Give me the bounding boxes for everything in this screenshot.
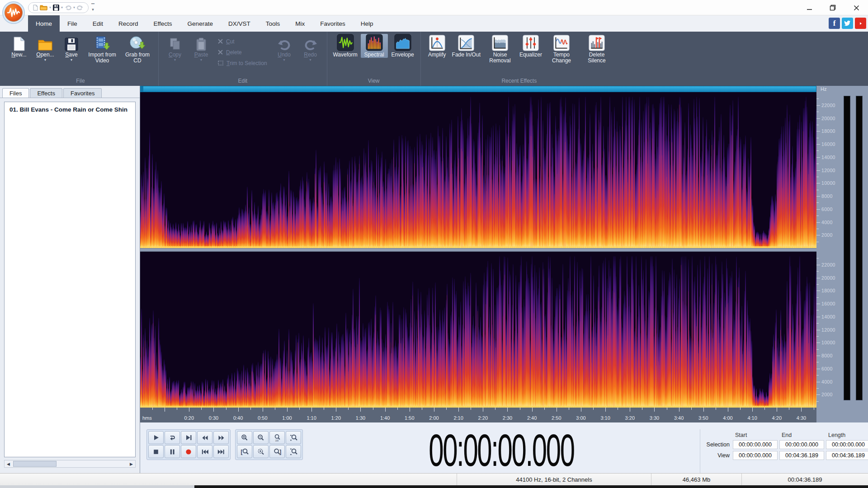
time-ruler[interactable]: hms 0:200:300:400:501:001:101:201:301:40… (140, 408, 816, 422)
rewind-button[interactable] (197, 431, 212, 444)
value-view-1[interactable]: 00:04:36.189 (779, 451, 824, 460)
ruler-tick (434, 408, 434, 412)
maximize-button[interactable] (821, 0, 844, 15)
ruler-tick (177, 408, 177, 410)
equalizer-button[interactable]: Equalizer (518, 34, 543, 58)
delete-menu-item[interactable]: Delete (217, 48, 267, 56)
spectrogram-channel-2[interactable] (140, 252, 816, 408)
menu-tab-tools[interactable]: Tools (258, 15, 288, 32)
undo-dropdown-arrow[interactable]: ▾ (73, 5, 75, 9)
menu-tab-file[interactable]: File (60, 15, 85, 32)
zoom-selection-end-button[interactable]: ] (269, 445, 285, 458)
zoom-out-button[interactable] (253, 431, 269, 444)
freq-tick-label: 2000 (821, 232, 833, 238)
zoom-100-button[interactable]: 100 (269, 431, 285, 444)
open-dropdown-arrow[interactable]: ▾ (49, 5, 51, 9)
menu-tab-help[interactable]: Help (353, 15, 381, 32)
zoom-selection-button[interactable] (253, 445, 269, 458)
waveform-h-scrollbar[interactable] (140, 86, 816, 92)
grab-from-cd-button[interactable]: Grab from CD (120, 34, 155, 68)
spectral-view-button[interactable]: Spectral (361, 34, 388, 58)
import-from-video-button[interactable]: Import from Video (85, 34, 119, 68)
redo-button[interactable]: Redo ▾ (298, 34, 323, 62)
value-selection-1[interactable]: 00:00:00.000 (779, 440, 824, 449)
record-button[interactable] (181, 445, 196, 458)
minimize-button[interactable] (797, 0, 821, 15)
freq-tick (816, 362, 819, 362)
undo-button[interactable]: Undo ▾ (272, 34, 297, 62)
zoom-selection-start-button[interactable]: [ (237, 445, 252, 458)
file-list[interactable]: 01. Bill Evans - Come Rain or Come Shin (4, 102, 136, 457)
value-view-2[interactable]: 00:04:36.189 (826, 451, 868, 460)
zoom-vertical-in-button[interactable] (286, 431, 301, 444)
paste-button[interactable]: Paste ▾ (189, 34, 214, 62)
spectrogram-channel-1[interactable] (140, 92, 816, 248)
value-selection-0[interactable]: 00:00:00.000 (733, 440, 778, 449)
menu-tab-mix[interactable]: Mix (288, 15, 312, 32)
redo-icon[interactable] (77, 5, 84, 10)
ruler-time-label: 2:00 (429, 415, 439, 421)
twitter-icon[interactable] (842, 18, 853, 29)
noise-removal-button[interactable]: Noise Removal (483, 34, 517, 64)
open-button[interactable]: Open... ▾ (33, 34, 58, 62)
pause-button[interactable] (165, 445, 180, 458)
menu-tab-favorites[interactable]: Favorites (312, 15, 353, 32)
youtube-icon[interactable] (855, 18, 866, 29)
stop-button[interactable] (148, 445, 164, 458)
go-to-start-button[interactable] (197, 445, 212, 458)
go-to-end-button[interactable] (213, 445, 229, 458)
menu-tab-edit[interactable]: Edit (85, 15, 111, 32)
scroll-right-arrow-icon[interactable]: ▶ (127, 460, 135, 467)
value-view-0[interactable]: 00:00:00.000 (733, 451, 778, 460)
panel-tab-favorites[interactable]: Favorites (63, 88, 102, 98)
ruler-tick (752, 408, 753, 412)
cut-menu-item[interactable]: Cut (217, 38, 267, 45)
menu-tab-effects[interactable]: Effects (146, 15, 180, 32)
value-selection-2[interactable]: 00:00:00.000 (826, 440, 868, 449)
panel-tab-effects[interactable]: Effects (30, 88, 62, 98)
menu-tab-record[interactable]: Record (111, 15, 146, 32)
copy-button[interactable]: Copy ▾ (162, 34, 188, 62)
play-to-end-button[interactable] (181, 431, 196, 444)
menu-tab-home[interactable]: Home (28, 15, 60, 32)
freq-tick (816, 138, 819, 138)
new-button[interactable]: New... (6, 34, 32, 62)
freq-tick: 2000 (816, 394, 820, 395)
file-list-hscrollbar[interactable]: ◀ ▶ (4, 460, 136, 468)
menu-tab-dx-vst[interactable]: DX/VST (221, 15, 258, 32)
ruler-tick (299, 408, 300, 410)
scrollbar-thumb[interactable] (13, 461, 57, 467)
zoom-vertical-out-button[interactable] (286, 445, 301, 458)
fast-forward-button[interactable] (213, 431, 229, 444)
save-icon[interactable] (53, 5, 59, 11)
envelope-view-button[interactable]: Envelope (389, 34, 417, 58)
undo-icon[interactable] (65, 5, 71, 10)
qat-customize-button[interactable]: ▔▾ (91, 4, 94, 11)
menu-tab-generate[interactable]: Generate (180, 15, 221, 32)
delete-silence-button[interactable]: Delete Silence (580, 34, 614, 64)
facebook-icon[interactable]: f (829, 18, 840, 29)
waveform-view-button[interactable]: Waveform (331, 34, 360, 58)
save-button[interactable]: Save ▾ (59, 34, 84, 62)
channel-divider[interactable] (140, 248, 816, 252)
freq-tick-label: 12000 (821, 327, 835, 333)
close-button[interactable] (844, 0, 868, 15)
file-list-item[interactable]: 01. Bill Evans - Come Rain or Come Shin (5, 104, 135, 115)
open-file-icon[interactable] (40, 5, 47, 10)
tempo-change-button[interactable]: Tempo Change (544, 34, 579, 64)
scroll-left-arrow-icon[interactable]: ◀ (5, 460, 12, 467)
save-dropdown-arrow[interactable]: ▾ (61, 5, 63, 9)
ruler-tick (728, 408, 728, 412)
zoom-in-button[interactable] (237, 431, 252, 444)
selection-info-panel: StartEndLengthSelection00:00:00.00000:00… (700, 429, 868, 473)
new-file-icon[interactable] (33, 5, 38, 11)
ruler-tick (691, 408, 692, 410)
loop-button[interactable] (165, 431, 180, 444)
amplify-button[interactable]: Amplify (425, 34, 450, 58)
play-button[interactable] (148, 431, 164, 444)
panel-tab-files[interactable]: Files (2, 88, 29, 98)
zoom-selection-icon (257, 448, 265, 456)
fade-in-out-button[interactable]: Fade In/Out (451, 34, 482, 58)
trim-to-selection-menu-item[interactable]: Trim to Selection (217, 59, 267, 67)
ruler-tick (360, 408, 361, 412)
